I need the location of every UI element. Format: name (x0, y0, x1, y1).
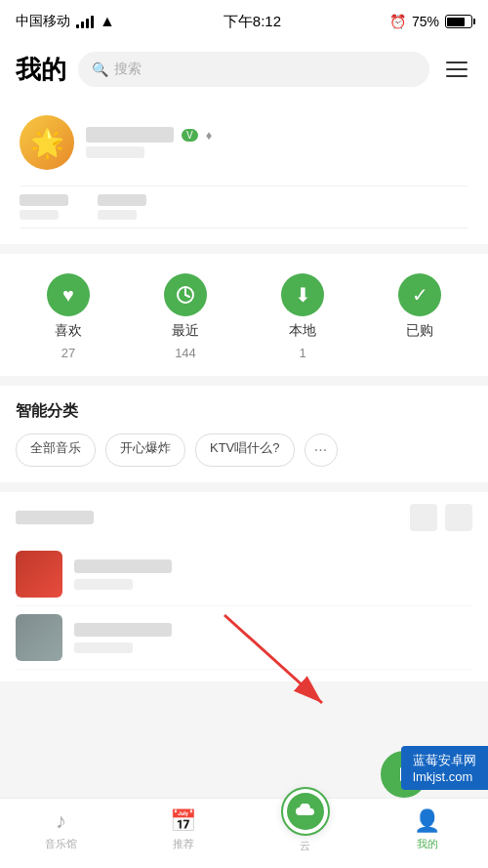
profile-top: 🌟 V ♦ (20, 115, 468, 170)
header: 我的 🔍 搜索 (0, 43, 488, 96)
stat-local[interactable]: ⬇ 本地 1 (281, 273, 324, 360)
status-left: 中国移动 ▲ (16, 13, 115, 30)
playlist-header-icon-1[interactable] (410, 504, 437, 531)
playlist-count-blur-2 (74, 642, 133, 653)
watermark: 蓝莓安卓网 lmkjst.com (401, 746, 488, 790)
stat-local-label: 本地 (289, 322, 316, 340)
follow-label-1 (20, 194, 68, 206)
stat-recent-value: 144 (175, 346, 196, 360)
playlist-name-blur-1 (74, 559, 172, 573)
nav-item-mine[interactable]: 👤 我的 (366, 808, 488, 851)
profile-sub-blur (86, 146, 144, 158)
profile-info: V ♦ (86, 127, 468, 158)
status-bar: 中国移动 ▲ 下午8:12 ⏰ 75% (0, 0, 488, 43)
follow-item-1[interactable] (20, 194, 68, 220)
category-section: 智能分类 全部音乐 开心爆炸 KTV唱什么? ··· (0, 386, 488, 482)
follow-val-1 (20, 210, 59, 220)
wifi-icon: ▲ (100, 13, 115, 30)
cloud-center-btn[interactable] (281, 787, 330, 836)
playlist-item-1[interactable] (16, 543, 472, 606)
profile-name-blur (86, 127, 174, 143)
signal-icon (76, 16, 94, 28)
playlist-count-blur-1 (74, 579, 133, 590)
menu-line-3 (446, 75, 468, 77)
nav-item-music-hall[interactable]: ♪ 音乐馆 (0, 808, 122, 851)
check-icon: ✓ (398, 273, 441, 316)
search-icon: 🔍 (92, 62, 108, 77)
playlist-info-2 (74, 623, 472, 653)
nav-item-recommend[interactable]: 📅 推荐 (122, 808, 244, 851)
music-hall-label: 音乐馆 (45, 837, 77, 851)
page-title: 我的 (16, 53, 66, 87)
tag-all-music[interactable]: 全部音乐 (16, 434, 96, 467)
cloud-icon (287, 793, 324, 830)
stat-recent-label: 最近 (172, 322, 199, 340)
profile-badge-2: ♦ (206, 128, 213, 143)
heart-icon: ♥ (47, 273, 90, 316)
stat-like-label: 喜欢 (55, 322, 82, 340)
playlist-info-1 (74, 559, 472, 590)
stat-like[interactable]: ♥ 喜欢 27 (47, 273, 90, 360)
follow-row (20, 186, 468, 228)
carrier-text: 中国移动 (16, 13, 70, 30)
stat-purchased[interactable]: ✓ 已购 (398, 273, 441, 360)
status-right: ⏰ 75% (389, 14, 472, 29)
tag-happy[interactable]: 开心爆炸 (105, 434, 185, 467)
cloud-label: 云 (300, 839, 310, 853)
battery-icon (445, 15, 472, 28)
tag-ktv[interactable]: KTV唱什么? (195, 434, 295, 467)
playlist-item-2[interactable] (16, 606, 472, 670)
stat-recent[interactable]: 最近 144 (164, 273, 207, 360)
time-text: 下午8:12 (224, 13, 281, 31)
stats-section: ♥ 喜欢 27 最近 144 ⬇ 本地 1 ✓ 已购 (0, 254, 488, 376)
playlist-header-icon-2[interactable] (445, 504, 472, 531)
playlist-header (16, 504, 472, 531)
menu-button[interactable] (441, 54, 472, 85)
follow-item-2[interactable] (98, 194, 146, 220)
avatar[interactable]: 🌟 (20, 115, 74, 170)
stat-like-value: 27 (61, 346, 75, 360)
playlist-header-right (410, 504, 472, 531)
playlist-thumb-1 (16, 551, 62, 598)
playlist-header-left (16, 511, 94, 524)
mine-icon: 👤 (414, 808, 440, 834)
svg-line-2 (185, 295, 189, 297)
more-tags-button[interactable]: ··· (305, 434, 338, 467)
mine-label: 我的 (417, 837, 438, 851)
follow-label-2 (98, 194, 146, 206)
stat-purchased-label: 已购 (406, 322, 433, 340)
vip-badge: V (182, 129, 198, 142)
profile-name-row: V ♦ (86, 127, 468, 143)
menu-line-2 (446, 68, 468, 70)
profile-section: 🌟 V ♦ (0, 96, 488, 244)
download-icon: ⬇ (281, 273, 324, 316)
playlist-name-blur-2 (74, 623, 172, 637)
playlist-thumb-2 (16, 614, 62, 661)
recommend-label: 推荐 (173, 837, 194, 851)
search-placeholder: 搜索 (114, 61, 142, 78)
category-title: 智能分类 (16, 401, 472, 422)
menu-line-1 (446, 62, 468, 63)
search-bar[interactable]: 🔍 搜索 (78, 52, 429, 87)
watermark-line-2: lmkjst.com (413, 769, 476, 784)
music-hall-icon: ♪ (56, 808, 66, 834)
nav-item-cloud[interactable]: 云 (244, 806, 366, 853)
battery-text: 75% (412, 14, 439, 29)
category-tags: 全部音乐 开心爆炸 KTV唱什么? ··· (16, 434, 472, 467)
watermark-line-1: 蓝莓安卓网 (413, 752, 476, 769)
playlist-header-title-blur (16, 511, 94, 524)
bottom-nav: ♪ 音乐馆 📅 推荐 云 👤 我的 (0, 798, 488, 868)
alarm-icon: ⏰ (389, 14, 406, 29)
playlist-section (0, 492, 488, 682)
follow-val-2 (98, 210, 137, 220)
recommend-icon: 📅 (170, 808, 196, 834)
stat-local-value: 1 (299, 346, 305, 360)
clock-icon (164, 273, 207, 316)
